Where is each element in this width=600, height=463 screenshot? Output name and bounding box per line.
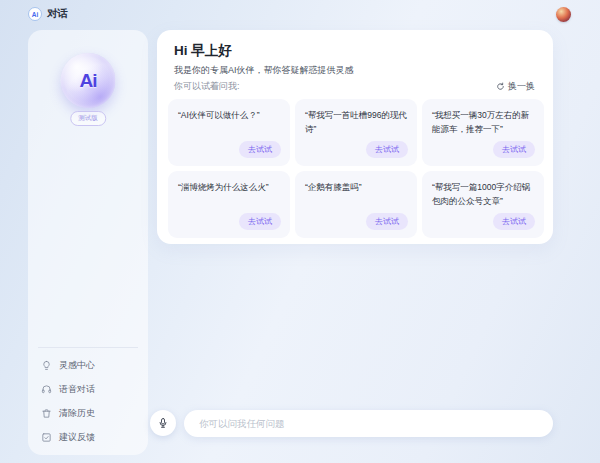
ai-bubble-logo: Ai xyxy=(61,53,116,108)
suggestion-card[interactable]: “帮我写一篇1000字介绍锅包肉的公众号文章” 去试试 xyxy=(422,171,544,238)
try-it-button[interactable]: 去试试 xyxy=(239,141,281,158)
sidebar-item-label: 建议反馈 xyxy=(59,431,95,444)
try-it-button[interactable]: 去试试 xyxy=(493,213,535,230)
refresh-label: 换一换 xyxy=(508,80,535,93)
sidebar-item-label: 清除历史 xyxy=(59,407,95,420)
sidebar: Ai 测试版 灵感中心 语音对话 清除历史 建议反馈 xyxy=(28,30,148,455)
suggestion-card[interactable]: “企鹅有膝盖吗” 去试试 xyxy=(295,171,417,238)
headset-icon xyxy=(41,384,52,395)
top-bar: Ai 对话 xyxy=(0,0,600,28)
suggestion-text: “帮我写一篇1000字介绍锅包肉的公众号文章” xyxy=(432,180,534,209)
message-input[interactable] xyxy=(184,418,553,429)
user-avatar[interactable] xyxy=(556,7,571,22)
feedback-icon xyxy=(41,432,52,443)
sidebar-item-inspiration[interactable]: 灵感中心 xyxy=(41,353,144,377)
sidebar-item-feedback[interactable]: 建议反馈 xyxy=(41,425,144,449)
bulb-icon xyxy=(41,360,52,371)
suggestion-text: “企鹅有膝盖吗” xyxy=(305,180,407,194)
trash-icon xyxy=(41,408,52,419)
sidebar-item-clear-history[interactable]: 清除历史 xyxy=(41,401,144,425)
sidebar-item-voice-chat[interactable]: 语音对话 xyxy=(41,377,144,401)
prompt-label: 你可以试着问我: xyxy=(174,80,240,93)
greeting-heading: Hi 早上好 xyxy=(174,42,232,60)
suggestion-grid: “AI伙伴可以做什么？” 去试试 “帮我写一首吐槽996的现代诗” 去试试 “我… xyxy=(168,99,544,238)
sidebar-item-label: 语音对话 xyxy=(59,383,95,396)
try-it-button[interactable]: 去试试 xyxy=(366,213,408,230)
greeting-panel: Hi 早上好 我是你的专属AI伙伴，帮你答疑解惑提供灵感 你可以试着问我: 换一… xyxy=(157,30,553,244)
page-title: 对话 xyxy=(47,7,68,21)
suggestion-card[interactable]: “淄博烧烤为什么这么火” 去试试 xyxy=(168,171,290,238)
app-logo-text: Ai xyxy=(32,11,39,18)
voice-input-button[interactable] xyxy=(150,410,176,436)
prompt-row: 你可以试着问我: 换一换 xyxy=(174,80,535,93)
ai-bubble-logo-text: Ai xyxy=(80,70,97,92)
beta-badge: 测试版 xyxy=(70,111,106,126)
suggestion-text: “帮我写一首吐槽996的现代诗” xyxy=(305,108,407,137)
app-logo-icon: Ai xyxy=(28,7,42,21)
suggestion-card[interactable]: “我想买一辆30万左右的新能源车，推荐一下” 去试试 xyxy=(422,99,544,166)
try-it-button[interactable]: 去试试 xyxy=(239,213,281,230)
sidebar-divider xyxy=(38,347,138,348)
refresh-icon xyxy=(496,82,505,91)
message-input-bar xyxy=(184,410,553,437)
sidebar-menu: 灵感中心 语音对话 清除历史 建议反馈 xyxy=(41,353,144,449)
suggestion-text: “AI伙伴可以做什么？” xyxy=(178,108,280,122)
microphone-icon xyxy=(157,417,169,429)
refresh-suggestions-button[interactable]: 换一换 xyxy=(496,80,535,93)
suggestion-card[interactable]: “AI伙伴可以做什么？” 去试试 xyxy=(168,99,290,166)
app-window: Ai 对话 Ai 测试版 灵感中心 语音对话 清除历史 建 xyxy=(0,0,600,463)
try-it-button[interactable]: 去试试 xyxy=(366,141,408,158)
try-it-button[interactable]: 去试试 xyxy=(493,141,535,158)
sidebar-item-label: 灵感中心 xyxy=(59,359,95,372)
greeting-subtitle: 我是你的专属AI伙伴，帮你答疑解惑提供灵感 xyxy=(174,64,354,77)
suggestion-text: “我想买一辆30万左右的新能源车，推荐一下” xyxy=(432,108,534,137)
suggestion-text: “淄博烧烤为什么这么火” xyxy=(178,180,280,194)
suggestion-card[interactable]: “帮我写一首吐槽996的现代诗” 去试试 xyxy=(295,99,417,166)
